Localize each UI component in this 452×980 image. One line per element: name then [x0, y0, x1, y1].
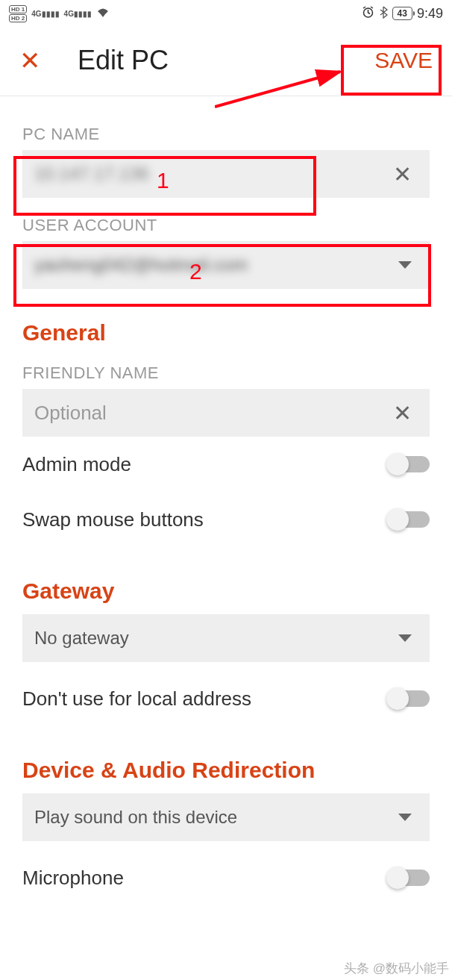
- header: ✕ Edit PC SAVE: [0, 25, 452, 96]
- admin-mode-label: Admin mode: [22, 453, 131, 476]
- swap-mouse-toggle[interactable]: [388, 511, 430, 528]
- chevron-down-icon: [398, 634, 412, 642]
- wifi-icon: [96, 7, 110, 20]
- audio-dropdown[interactable]: Play sound on this device: [22, 793, 430, 841]
- pc-name-input[interactable]: 10.147.17.136 ✕: [22, 150, 430, 198]
- chevron-down-icon: [398, 261, 412, 269]
- alarm-icon: [362, 6, 374, 21]
- pc-name-label: PC NAME: [22, 125, 430, 144]
- swap-mouse-label: Swap mouse buttons: [22, 508, 204, 531]
- pc-name-value: 10.147.17.136: [34, 163, 387, 184]
- admin-mode-toggle[interactable]: [388, 456, 430, 472]
- local-address-toggle[interactable]: [388, 690, 430, 707]
- microphone-label: Microphone: [22, 867, 124, 890]
- watermark-text: 头条 @数码小能手: [344, 960, 449, 977]
- clock-time: 9:49: [417, 6, 443, 22]
- status-bar: HD 1 HD 2 4G ▮▮▮▮ 4G ▮▮▮▮ 43 9:49: [0, 0, 452, 25]
- local-address-label: Don't use for local address: [22, 687, 251, 711]
- audio-value: Play sound on this device: [34, 807, 398, 828]
- gateway-value: No gateway: [34, 628, 398, 649]
- hd2-badge: HD 2: [9, 14, 27, 22]
- page-title: Edit PC: [78, 45, 374, 76]
- user-account-value: yaoheng042@hotmail.com: [34, 255, 398, 275]
- save-button[interactable]: SAVE: [374, 48, 433, 73]
- chevron-down-icon: [398, 814, 412, 821]
- friendly-name-label: FRIENDLY NAME: [22, 363, 430, 383]
- gateway-dropdown[interactable]: No gateway: [22, 614, 430, 662]
- user-account-dropdown[interactable]: yaoheng042@hotmail.com: [22, 241, 430, 289]
- clear-friendly-name-icon[interactable]: ✕: [387, 400, 418, 426]
- microphone-toggle[interactable]: [388, 870, 430, 886]
- section-device-audio: Device & Audio Redirection: [22, 758, 430, 783]
- section-gateway: Gateway: [22, 578, 430, 604]
- friendly-name-input[interactable]: Optional ✕: [22, 389, 430, 437]
- signal-1: 4G ▮▮▮▮: [31, 10, 59, 18]
- clear-pc-name-icon[interactable]: ✕: [387, 161, 418, 187]
- hd1-badge: HD 1: [9, 5, 27, 13]
- battery-indicator: 43: [392, 7, 412, 20]
- bluetooth-icon: [379, 6, 388, 21]
- section-general: General: [22, 320, 430, 346]
- signal-2: 4G ▮▮▮▮: [64, 10, 92, 18]
- user-account-label: USER ACCOUNT: [22, 216, 430, 235]
- close-icon[interactable]: ✕: [19, 48, 40, 73]
- friendly-name-placeholder: Optional: [34, 402, 387, 425]
